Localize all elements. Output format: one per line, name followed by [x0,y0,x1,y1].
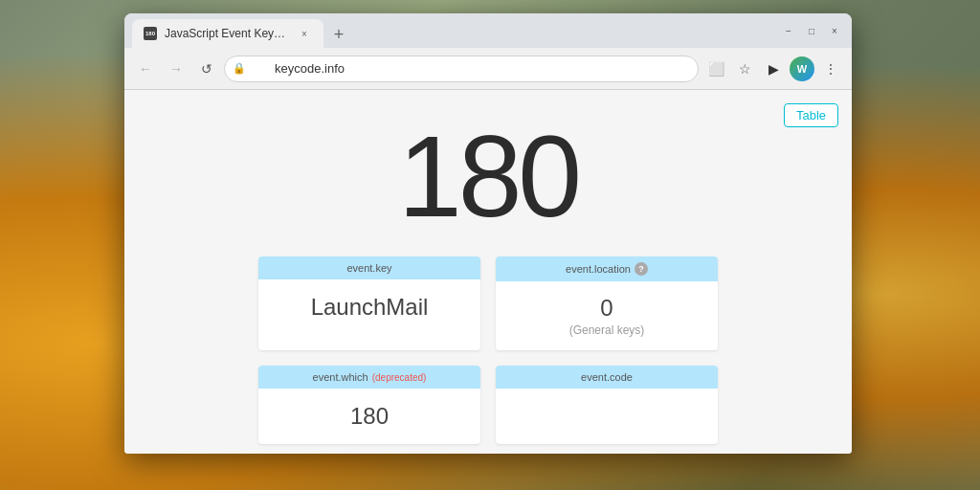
url-text: keycode.info [275,61,345,76]
lock-icon: 🔒 [233,62,246,75]
maximize-button[interactable]: □ [802,21,821,40]
toolbar-icons: ⬜ ☆ ▶ W ⋮ [702,56,844,82]
event-key-value: LaunchMail [258,279,480,335]
cast-icon[interactable]: ⬜ [702,56,729,82]
profile-avatar: W [790,56,814,81]
tab-close-button[interactable]: × [297,26,312,41]
page-content: Table 180 event.key LaunchMail event.loc… [124,90,852,454]
event-code-header: event.code [496,366,718,389]
event-key-card: event.key LaunchMail [258,256,480,350]
event-which-value: 180 [258,389,480,444]
help-icon[interactable]: ? [635,262,648,276]
event-location-card: event.location ? 0 (General keys) [496,256,718,350]
event-which-header: event.which (deprecated) [258,366,480,389]
address-bar: ← → ↺ 🔒 keycode.info ⬜ ☆ ▶ W ⋮ [124,48,852,90]
minimize-button[interactable]: − [779,21,798,40]
window-controls: − □ × [779,21,844,40]
url-bar[interactable]: 🔒 keycode.info [224,56,699,82]
reload-button[interactable]: ↺ [193,56,220,82]
event-which-card: event.which (deprecated) 180 [258,366,480,444]
table-button[interactable]: Table [784,103,838,127]
event-key-header: event.key [258,256,480,279]
profile-icon[interactable]: W [789,56,815,82]
event-code-card: event.code [496,366,718,444]
star-icon[interactable]: ☆ [731,56,758,82]
active-tab[interactable]: 180 JavaScript Event KeyCodes × [132,19,323,48]
menu-button[interactable]: ⋮ [817,56,844,82]
keycode-display: 180 [398,119,578,234]
info-grid: event.key LaunchMail event.location ? 0 … [258,256,718,444]
event-code-value [496,389,718,444]
tab-title: JavaScript Event KeyCodes [165,27,289,40]
close-button[interactable]: × [825,21,844,40]
forward-button[interactable]: → [163,56,189,82]
extension-icon[interactable]: ▶ [760,56,787,82]
new-tab-button[interactable]: + [325,21,352,48]
browser-window: 180 JavaScript Event KeyCodes × + − □ × … [124,13,852,454]
event-location-value: 0 (General keys) [496,281,718,350]
event-location-header: event.location ? [496,256,718,281]
tab-bar: 180 JavaScript Event KeyCodes × + − □ × [124,13,852,48]
tab-favicon: 180 [144,27,157,40]
back-button[interactable]: ← [132,56,159,82]
